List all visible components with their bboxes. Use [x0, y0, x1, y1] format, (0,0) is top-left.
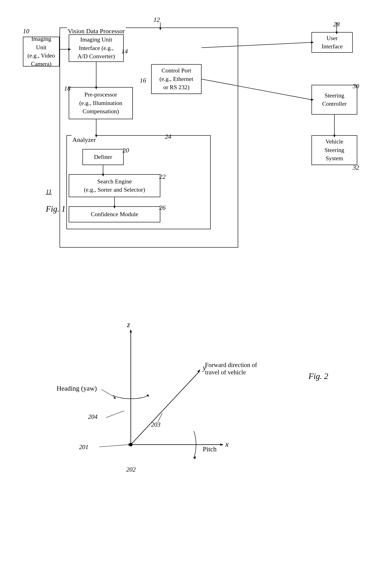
- fig1-label: Fig. 1: [46, 204, 65, 214]
- svg-text:204: 204: [88, 413, 97, 420]
- svg-line-41: [99, 445, 129, 447]
- preprocessor-label: Pre-processor(e.g., IlluminationCompensa…: [79, 91, 122, 116]
- ref-12: 12: [153, 16, 160, 23]
- ref-32: 32: [353, 164, 359, 171]
- svg-text:203: 203: [151, 421, 160, 428]
- ref-30: 30: [353, 83, 359, 90]
- fig2-label: Fig. 2: [309, 371, 328, 381]
- ref-11: 11: [46, 188, 52, 195]
- svg-text:Heading (yaw): Heading (yaw): [57, 385, 97, 392]
- steering-controller-box: SteeringController: [312, 85, 357, 115]
- preprocessor-box: Pre-processor(e.g., IlluminationCompensa…: [69, 87, 133, 119]
- user-interface-box: UserInterface: [312, 32, 353, 53]
- search-engine-box: Search Engine(e.g., Sorter and Selector): [69, 174, 160, 197]
- control-port-box: Control Port(e.g., Ethernetor RS 232): [151, 64, 202, 94]
- imaging-unit-box: Imaging Unit(e.g., VideoCamera): [23, 37, 60, 66]
- confidence-label: Confidence Module: [91, 210, 138, 219]
- svg-text:Forward direction of: Forward direction of: [205, 361, 257, 368]
- svg-line-35: [106, 411, 124, 418]
- svg-line-31: [101, 389, 115, 397]
- control-port-label: Control Port(e.g., Ethernetor RS 232): [159, 66, 193, 92]
- ref-14: 14: [121, 48, 128, 55]
- ref-26: 26: [159, 204, 166, 211]
- imaging-unit-label: Imaging Unit(e.g., VideoCamera): [26, 35, 56, 68]
- iui-box: Imaging UnitInterface (e.g.,A/D Converte…: [69, 34, 124, 62]
- iui-label: Imaging UnitInterface (e.g.,A/D Converte…: [77, 36, 115, 61]
- ref-10: 10: [23, 28, 29, 35]
- user-interface-label: UserInterface: [322, 34, 343, 51]
- svg-marker-21: [130, 329, 132, 333]
- svg-text:travel of vehicle: travel of vehicle: [205, 369, 246, 376]
- vehicle-steering-box: VehicleSteeringSystem: [312, 135, 357, 165]
- svg-text:z: z: [127, 320, 130, 329]
- svg-line-37: [158, 413, 162, 422]
- fig1-diagram: 12 10 28 Imaging Unit(e.g., VideoCamera)…: [18, 14, 356, 266]
- vehicle-steering-label: VehicleSteeringSystem: [324, 137, 344, 163]
- steering-controller-label: SteeringController: [322, 92, 347, 108]
- svg-marker-25: [220, 444, 223, 446]
- definer-label: Definer: [94, 153, 112, 161]
- vdp-label: Vision Data Processor: [67, 28, 126, 35]
- confidence-box: Confidence Module: [69, 206, 160, 222]
- svg-text:202: 202: [126, 466, 136, 473]
- svg-marker-44: [193, 456, 196, 459]
- definer-box: Definer: [82, 149, 124, 165]
- ref-16: 16: [140, 77, 146, 84]
- svg-line-22: [131, 373, 198, 444]
- analyzer-label: Analyzer: [71, 135, 97, 144]
- search-engine-label: Search Engine(e.g., Sorter and Selector): [84, 178, 145, 194]
- ref-22: 22: [159, 173, 166, 180]
- svg-marker-23: [197, 369, 200, 373]
- ref-28: 28: [333, 21, 340, 28]
- ref-18: 18: [64, 85, 71, 92]
- svg-text:201: 201: [79, 444, 88, 451]
- ref-20: 20: [122, 147, 129, 154]
- fig2-diagram: z y x Heading (yaw) Forward direction of…: [18, 284, 356, 588]
- svg-text:Pitch: Pitch: [203, 445, 217, 453]
- ref-24: 24: [165, 133, 171, 140]
- svg-text:x: x: [225, 440, 229, 448]
- fig2-svg: z y x Heading (yaw) Forward direction of…: [18, 284, 356, 588]
